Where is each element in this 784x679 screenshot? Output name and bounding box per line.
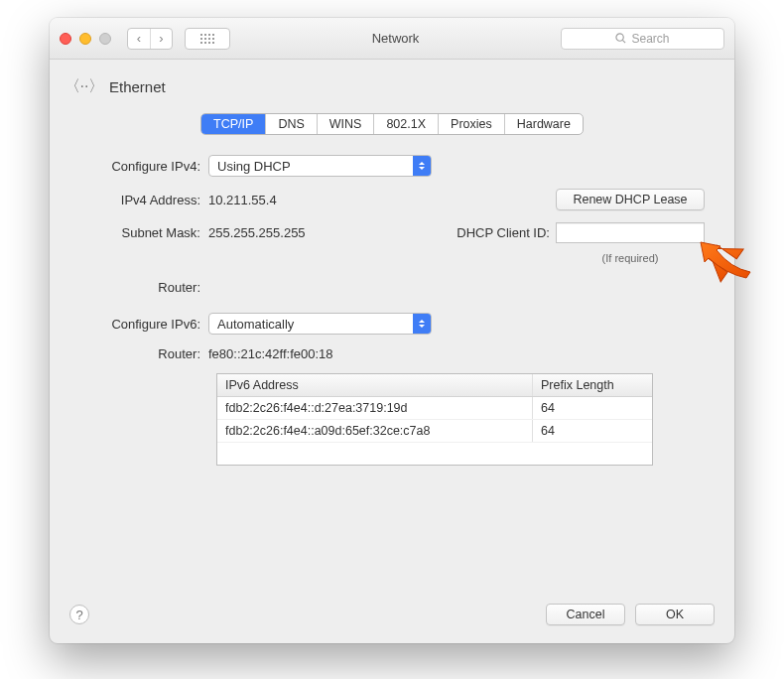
- minimize-icon[interactable]: [79, 33, 91, 45]
- svg-rect-2: [208, 34, 210, 36]
- network-preferences-window: ‹ › Network Search 〈··〉 Ethernet TCP/IP …: [50, 18, 734, 643]
- help-button[interactable]: ?: [69, 605, 89, 624]
- close-icon[interactable]: [60, 33, 71, 45]
- svg-rect-11: [212, 42, 214, 44]
- ipv4-address-value: 10.211.55.4: [208, 193, 277, 207]
- col-header-prefix[interactable]: Prefix Length: [533, 374, 652, 396]
- ok-button[interactable]: OK: [635, 604, 715, 625]
- table-row: fdb2:2c26:f4e4::a09d:65ef:32ce:c7a8 64: [217, 420, 652, 443]
- nav-back-forward: ‹ ›: [127, 28, 173, 50]
- ethernet-icon: 〈··〉: [71, 73, 97, 99]
- svg-rect-6: [208, 38, 210, 40]
- renew-dhcp-lease-button[interactable]: Renew DHCP Lease: [556, 189, 705, 210]
- ipv6-router-value: fe80::21c:42ff:fe00:18: [208, 346, 333, 361]
- chevron-updown-icon: [413, 314, 431, 334]
- configure-ipv6-label: Configure IPv6:: [79, 317, 208, 332]
- table-row: fdb2:2c26:f4e4::d:27ea:3719:19d 64: [217, 397, 652, 420]
- svg-rect-7: [212, 38, 214, 40]
- forward-button[interactable]: ›: [150, 29, 172, 49]
- content-area: Configure IPv4: Using DHCP IPv4 Address:…: [50, 135, 734, 475]
- configure-ipv6-select[interactable]: Automatically: [208, 313, 432, 335]
- svg-rect-9: [204, 42, 206, 44]
- chevron-updown-icon: [413, 156, 431, 176]
- svg-rect-10: [208, 42, 210, 44]
- search-icon: [615, 33, 626, 44]
- dhcp-client-id-input[interactable]: [556, 222, 705, 243]
- page-header: 〈··〉 Ethernet: [50, 60, 734, 107]
- titlebar: ‹ › Network Search: [50, 18, 734, 60]
- tab-dns[interactable]: DNS: [265, 114, 316, 134]
- ipv4-address-label: IPv4 Address:: [79, 193, 208, 207]
- subnet-mask-label: Subnet Mask:: [79, 225, 208, 240]
- configure-ipv4-label: Configure IPv4:: [79, 159, 208, 174]
- cancel-button[interactable]: Cancel: [546, 604, 625, 625]
- svg-rect-8: [200, 42, 202, 44]
- subnet-mask-value: 255.255.255.255: [208, 225, 337, 240]
- window-title: Network: [238, 31, 553, 46]
- svg-rect-4: [200, 38, 202, 40]
- search-placeholder: Search: [631, 32, 669, 46]
- show-all-button[interactable]: [185, 28, 230, 50]
- tab-wins[interactable]: WINS: [317, 114, 374, 134]
- page-title: Ethernet: [109, 78, 166, 95]
- svg-rect-5: [204, 38, 206, 40]
- settings-tabs: TCP/IP DNS WINS 802.1X Proxies Hardware: [50, 113, 734, 135]
- dhcp-client-id-label: DHCP Client ID:: [357, 225, 550, 240]
- svg-rect-3: [212, 34, 214, 36]
- router-label: Router:: [79, 280, 208, 295]
- search-input[interactable]: Search: [561, 28, 724, 50]
- configure-ipv4-select[interactable]: Using DHCP: [208, 155, 432, 177]
- window-controls: [60, 33, 111, 45]
- zoom-icon: [99, 33, 111, 45]
- dhcp-hint: (If required): [556, 252, 705, 264]
- svg-rect-0: [200, 34, 202, 36]
- ipv6-address-table: IPv6 Address Prefix Length fdb2:2c26:f4e…: [216, 373, 653, 466]
- ipv6-router-label: Router:: [79, 346, 208, 361]
- svg-point-12: [616, 34, 623, 41]
- tab-8021x[interactable]: 802.1X: [373, 114, 438, 134]
- svg-rect-1: [204, 34, 206, 36]
- back-button[interactable]: ‹: [128, 29, 150, 49]
- tab-hardware[interactable]: Hardware: [504, 114, 583, 134]
- col-header-address[interactable]: IPv6 Address: [217, 374, 533, 396]
- dialog-footer: ? Cancel OK: [50, 588, 734, 643]
- tab-tcpip[interactable]: TCP/IP: [201, 114, 265, 134]
- svg-line-13: [623, 40, 626, 43]
- tab-proxies[interactable]: Proxies: [438, 114, 504, 134]
